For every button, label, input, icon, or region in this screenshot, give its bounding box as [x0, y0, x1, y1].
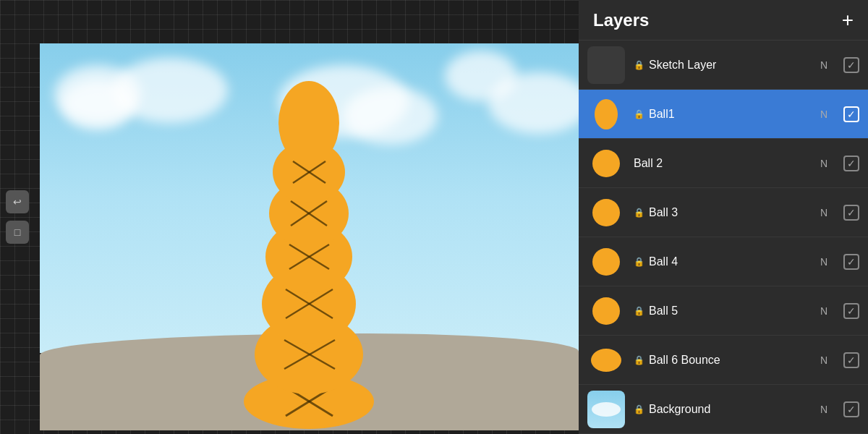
layer-name-sketch-layer: Sketch Layer: [649, 59, 716, 72]
layer-row-ball5[interactable]: 🔒Ball 5N: [579, 286, 868, 336]
layer-thumb-ball3: [587, 194, 625, 231]
layer-thumb-ball4: [587, 243, 625, 281]
undo-button[interactable]: ↩: [6, 190, 29, 213]
layer-visibility-ball5[interactable]: [843, 303, 859, 319]
layer-visibility-ball4[interactable]: [843, 254, 859, 270]
layer-thumb-ball1: [587, 95, 625, 133]
layer-visibility-ball3[interactable]: [843, 205, 859, 221]
layer-blend-ball2: N: [820, 158, 827, 169]
layer-name-ball2: Ball 2: [634, 157, 663, 170]
svg-point-18: [278, 81, 339, 165]
layer-blend-ball3: N: [820, 207, 827, 218]
layer-thumb-ball6bounce: [587, 341, 625, 379]
add-layer-button[interactable]: +: [842, 10, 854, 30]
layer-blend-ball6bounce: N: [820, 354, 827, 366]
layer-row-background[interactable]: 🔒BackgroundN: [579, 385, 868, 434]
lock-icon-sketch-layer: 🔒: [634, 60, 644, 70]
lock-icon-ball4: 🔒: [634, 257, 644, 267]
canvas-content: [40, 43, 579, 430]
layer-row-ball2[interactable]: Ball 2N: [579, 139, 868, 188]
left-toolbar: ↩ □: [6, 190, 29, 244]
layer-name-ball4: Ball 4: [649, 255, 678, 268]
layer-row-ball4[interactable]: 🔒Ball 4N: [579, 237, 868, 286]
rect-tool-button[interactable]: □: [6, 221, 29, 244]
layer-visibility-ball6bounce[interactable]: [843, 352, 859, 368]
layer-visibility-background[interactable]: [843, 401, 859, 417]
layer-blend-ball4: N: [820, 256, 827, 268]
layer-blend-ball5: N: [820, 305, 827, 317]
layers-header: Layers +: [579, 0, 868, 41]
layer-thumb-background: [587, 391, 625, 428]
balls-svg: [40, 43, 579, 430]
layer-thumb-sketch-layer: [587, 46, 625, 84]
layer-name-ball6bounce: Ball 6 Bounce: [649, 354, 720, 367]
canvas-area: ↩ □: [0, 0, 579, 434]
layer-row-ball1[interactable]: 🔒Ball1N: [579, 90, 868, 139]
lock-icon-background: 🔒: [634, 404, 644, 414]
layers-list: 🔒Sketch LayerN🔒Ball1NBall 2N🔒Ball 3N🔒Bal…: [579, 41, 868, 434]
layer-row-ball6bounce[interactable]: 🔒Ball 6 BounceN: [579, 336, 868, 385]
layer-blend-ball1: N: [820, 109, 827, 120]
layers-title: Layers: [593, 10, 649, 30]
layer-name-ball5: Ball 5: [649, 305, 678, 318]
layers-panel: Layers + 🔒Sketch LayerN🔒Ball1NBall 2N🔒Ba…: [579, 0, 868, 434]
lock-icon-ball1: 🔒: [634, 109, 644, 119]
layer-visibility-sketch-layer[interactable]: [843, 57, 859, 73]
layer-visibility-ball1[interactable]: [843, 106, 859, 122]
layer-blend-sketch-layer: N: [820, 59, 827, 71]
layer-row-sketch-layer[interactable]: 🔒Sketch LayerN: [579, 41, 868, 90]
lock-icon-ball5: 🔒: [634, 306, 644, 316]
layer-name-ball3: Ball 3: [649, 206, 678, 219]
lock-icon-ball3: 🔒: [634, 208, 644, 218]
layer-visibility-ball2[interactable]: [843, 156, 859, 171]
lock-icon-ball6bounce: 🔒: [634, 355, 644, 365]
layer-row-ball3[interactable]: 🔒Ball 3N: [579, 188, 868, 237]
layer-thumb-ball5: [587, 292, 625, 330]
layer-name-background: Background: [649, 403, 710, 416]
layer-thumb-ball2: [587, 145, 625, 182]
layer-blend-background: N: [820, 404, 827, 415]
layer-name-ball1: Ball1: [649, 108, 675, 121]
